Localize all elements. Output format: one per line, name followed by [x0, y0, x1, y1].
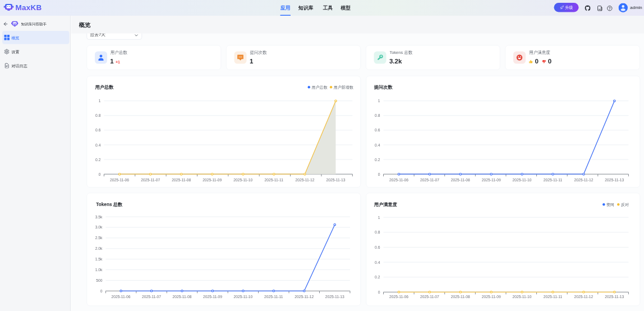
svg-text:1: 1: [378, 215, 380, 219]
svg-text:2025-11-09: 2025-11-09: [203, 294, 222, 298]
svg-text:0: 0: [378, 290, 380, 294]
svg-text:2025-11-07: 2025-11-07: [420, 178, 439, 182]
svg-text:赞同: 赞同: [606, 202, 614, 207]
svg-text:2025-11-07: 2025-11-07: [142, 294, 161, 298]
svg-text:用户满意度: 用户满意度: [374, 202, 397, 207]
svg-text:2025-11-11: 2025-11-11: [544, 178, 563, 182]
svg-text:2025-11-06: 2025-11-06: [111, 294, 130, 298]
svg-text:0.2: 0.2: [375, 158, 380, 162]
svg-text:0.4: 0.4: [375, 143, 380, 147]
svg-text:2025-11-06: 2025-11-06: [389, 294, 408, 298]
svg-text:3.5k: 3.5k: [95, 214, 102, 218]
svg-text:0.2: 0.2: [375, 275, 380, 279]
svg-text:0.4: 0.4: [95, 143, 101, 147]
svg-text:2025-11-09: 2025-11-09: [481, 178, 500, 182]
svg-text:0.8: 0.8: [375, 113, 380, 117]
svg-text:0.6: 0.6: [95, 128, 101, 132]
svg-text:1.5k: 1.5k: [95, 257, 102, 261]
svg-text:0.8: 0.8: [375, 230, 380, 234]
svg-text:2025-11-09: 2025-11-09: [203, 178, 222, 182]
svg-text:2025-11-06: 2025-11-06: [389, 178, 408, 182]
svg-text:2.0k: 2.0k: [95, 246, 102, 250]
svg-text:0: 0: [98, 172, 100, 176]
svg-text:1: 1: [98, 99, 100, 103]
svg-text:1.0k: 1.0k: [95, 268, 102, 272]
svg-text:2025-11-10: 2025-11-10: [512, 178, 531, 182]
svg-text:2025-11-12: 2025-11-12: [574, 178, 593, 182]
svg-text:用户总数: 用户总数: [94, 84, 114, 90]
svg-text:2025-11-08: 2025-11-08: [172, 294, 191, 298]
svg-text:0.4: 0.4: [375, 260, 380, 264]
svg-text:2025-11-11: 2025-11-11: [264, 294, 283, 298]
svg-text:2025-11-13: 2025-11-13: [605, 178, 624, 182]
svg-text:0: 0: [378, 172, 380, 176]
svg-text:提问次数: 提问次数: [373, 85, 393, 90]
svg-text:1: 1: [378, 99, 380, 103]
svg-text:2025-11-08: 2025-11-08: [451, 294, 470, 298]
svg-text:3.0k: 3.0k: [95, 225, 102, 229]
svg-text:2025-11-12: 2025-11-12: [295, 178, 314, 182]
svg-text:2025-11-11: 2025-11-11: [264, 178, 283, 182]
svg-text:用户新增数: 用户新增数: [334, 85, 354, 90]
svg-text:2025-11-13: 2025-11-13: [326, 178, 345, 182]
svg-text:2025-11-10: 2025-11-10: [233, 178, 252, 182]
svg-text:2025-11-06: 2025-11-06: [110, 178, 129, 182]
svg-text:Tokens 总数: Tokens 总数: [96, 202, 123, 207]
svg-text:2025-11-13: 2025-11-13: [325, 294, 344, 298]
svg-text:2025-11-10: 2025-11-10: [233, 294, 252, 298]
svg-text:2025-11-11: 2025-11-11: [544, 294, 563, 298]
svg-text:0: 0: [100, 289, 102, 293]
svg-text:500: 500: [96, 278, 102, 282]
svg-text:2025-11-08: 2025-11-08: [172, 178, 191, 182]
svg-text:反对: 反对: [621, 202, 629, 206]
svg-text:2025-11-08: 2025-11-08: [451, 178, 470, 182]
svg-text:2025-11-07: 2025-11-07: [420, 294, 439, 298]
svg-text:用户总数: 用户总数: [311, 85, 328, 90]
svg-text:2025-11-09: 2025-11-09: [482, 294, 501, 298]
svg-text:2025-11-10: 2025-11-10: [512, 294, 531, 298]
svg-text:2025-11-12: 2025-11-12: [295, 294, 314, 298]
svg-text:2.5k: 2.5k: [95, 236, 102, 240]
svg-text:0.2: 0.2: [95, 158, 101, 162]
svg-text:0.6: 0.6: [375, 245, 380, 249]
svg-text:2025-11-13: 2025-11-13: [605, 294, 624, 298]
svg-text:0.8: 0.8: [95, 113, 101, 117]
svg-text:0.6: 0.6: [375, 128, 380, 132]
svg-text:2025-11-07: 2025-11-07: [141, 178, 160, 182]
svg-text:2025-11-12: 2025-11-12: [574, 294, 593, 298]
